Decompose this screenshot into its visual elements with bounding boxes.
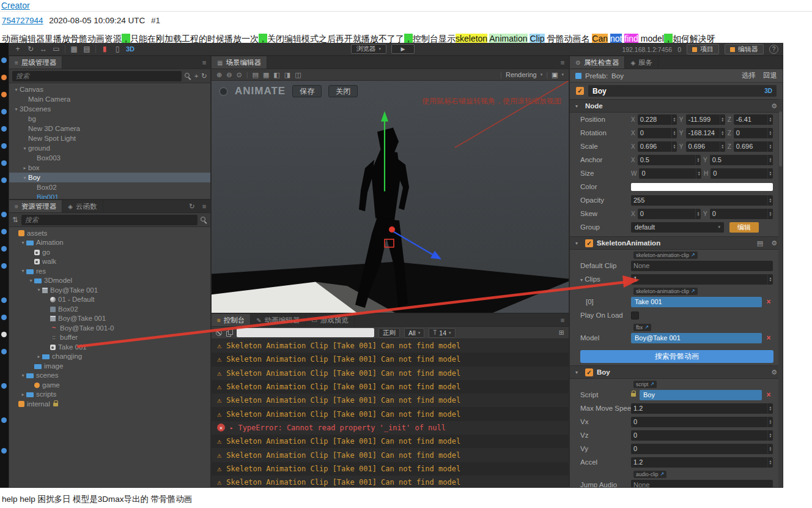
panel-menu-icon[interactable]: ≡ xyxy=(556,314,569,326)
asset-item-boy-take001-prefab[interactable]: Boy@Take 001 xyxy=(9,314,210,324)
tab-scene-editor[interactable]: ▦ 场景编辑器 xyxy=(212,56,267,69)
stepper-icon[interactable] xyxy=(767,403,773,414)
distribute-icon[interactable]: ◫ xyxy=(295,71,301,79)
stepper-icon[interactable] xyxy=(767,430,773,441)
tree-item-bip001[interactable]: Bip001 xyxy=(9,192,210,199)
prefab-select-link[interactable]: 选择 xyxy=(742,71,756,80)
asset-item-aimation[interactable]: ▾Aimation xyxy=(9,238,210,248)
tree-item-box02[interactable]: Box02 xyxy=(9,182,210,192)
add-node-icon[interactable]: + xyxy=(194,72,199,80)
tree-item-ground[interactable]: ▾ground xyxy=(9,143,210,153)
stepper-icon[interactable] xyxy=(767,141,773,152)
align-top-icon[interactable]: ▤ xyxy=(253,71,259,79)
tree-item-bg[interactable]: bg xyxy=(9,114,210,124)
component-enabled-checkbox[interactable] xyxy=(585,368,593,376)
vy-input[interactable]: 0 xyxy=(631,444,773,454)
rotate-tool-icon[interactable]: ↻ xyxy=(26,45,35,53)
stepper-icon[interactable] xyxy=(767,155,773,165)
regex-toggle[interactable]: 正则 xyxy=(378,328,400,338)
move-tool-icon[interactable]: + xyxy=(13,45,22,53)
stepper-icon[interactable] xyxy=(720,141,725,152)
accel-input[interactable]: 1.2 xyxy=(631,457,773,468)
caret-icon[interactable]: ▸ xyxy=(20,392,26,397)
inspector-scrollbar[interactable] xyxy=(778,99,783,487)
prefab-revert-link[interactable]: 回退 xyxy=(763,71,777,80)
asset-item-game[interactable]: game xyxy=(9,380,210,390)
remove-model-button[interactable]: × xyxy=(764,334,773,342)
asset-item-boy-take001-fbx[interactable]: ▾Boy@Take 001 xyxy=(9,285,210,295)
asset-item-01-default[interactable]: 01 - Default xyxy=(9,295,210,305)
asset-item-assets-root[interactable]: assets xyxy=(9,228,210,238)
asset-item-internal[interactable]: internal xyxy=(9,399,210,409)
asset-item-boy-take001-0[interactable]: Boy@Take 001-0 xyxy=(9,323,210,333)
position-x-input[interactable]: 0.228 xyxy=(638,114,677,125)
log-row-warning[interactable]: ⚠Skeleton Animation Clip [Take 001] Can … xyxy=(212,367,569,380)
hierarchy-search-input[interactable]: 搜索 xyxy=(12,71,182,81)
tab-game-preview[interactable]: ▭ 游戏预览 xyxy=(306,314,354,326)
log-row-error[interactable]: ✕▸TypeError: Cannot read property '_init… xyxy=(212,421,569,435)
log-row-warning[interactable]: ⚠Skeleton Animation Clip [Take 001] Can … xyxy=(212,394,569,407)
bookmark-icon[interactable] xyxy=(1,383,7,389)
play-on-load-checkbox[interactable] xyxy=(631,312,639,319)
refresh-icon[interactable]: ↻ xyxy=(201,72,207,80)
close-button[interactable]: 关闭 xyxy=(328,85,358,97)
asset-item-take001[interactable]: Take 001 xyxy=(9,342,210,352)
bookmark-icon[interactable] xyxy=(1,417,7,423)
log-level-select[interactable]: All▾ xyxy=(404,328,424,338)
console-search-input[interactable] xyxy=(237,328,374,337)
rotation-y-input[interactable]: -168.124 xyxy=(686,128,725,138)
bookmark-icon[interactable] xyxy=(1,92,7,97)
external-link-icon[interactable]: ↗ xyxy=(691,252,695,258)
search-skeleton-animation-button[interactable]: 搜索骨骼动画 xyxy=(580,350,773,363)
font-size-select[interactable]: T14▾ xyxy=(429,328,455,338)
chevron-down-icon[interactable]: ▾ xyxy=(561,72,564,77)
expand-caret-icon[interactable]: ▸ xyxy=(230,425,233,431)
stepper-icon[interactable] xyxy=(767,274,773,285)
bookmark-icon[interactable] xyxy=(1,58,7,63)
vz-input[interactable]: 0 xyxy=(631,430,773,441)
stepper-icon[interactable] xyxy=(720,114,725,125)
chevron-down-icon[interactable]: ▾ xyxy=(541,72,543,77)
bookmark-icon[interactable] xyxy=(1,160,7,166)
gizmo-icon[interactable]: ▯ xyxy=(113,45,122,53)
bookmark-icon[interactable] xyxy=(1,332,7,337)
log-row-warning[interactable]: ⚠Skeleton Animation Clip [Take 001] Can … xyxy=(212,339,569,353)
panel-menu-icon[interactable]: ≡ xyxy=(556,56,569,69)
bookmark-icon[interactable] xyxy=(1,229,7,234)
group-edit-button[interactable]: 编辑 xyxy=(729,222,759,233)
zoom-out-icon[interactable]: ⊖ xyxy=(226,71,232,79)
search-icon[interactable] xyxy=(201,217,207,223)
bookmark-icon[interactable] xyxy=(1,143,7,149)
align-left-icon[interactable]: ◧ xyxy=(273,71,279,79)
bookmark-icon[interactable] xyxy=(1,297,7,303)
stepper-icon[interactable] xyxy=(767,168,773,179)
mode-3d-toggle[interactable]: 3D xyxy=(126,45,135,53)
asset-item-scripts[interactable]: ▸scripts xyxy=(9,390,210,400)
gear-icon[interactable]: ⚙ xyxy=(771,368,777,376)
save-button[interactable]: 保存 xyxy=(292,85,322,97)
tree-item-3dscenes[interactable]: ▾3Dscenes xyxy=(9,104,210,114)
script-asset-field[interactable]: Boy xyxy=(640,390,762,400)
external-link-icon[interactable]: ↗ xyxy=(650,381,654,387)
caret-icon[interactable]: ▾ xyxy=(575,370,581,375)
docs-icon[interactable]: ▤ xyxy=(757,239,763,247)
bookmark-icon[interactable] xyxy=(1,212,7,217)
position-z-input[interactable]: -6.41 xyxy=(734,114,773,125)
anchor-y-input[interactable]: 0.5 xyxy=(710,155,773,165)
tab-hierarchy[interactable]: ≡ 层级管理器 xyxy=(9,56,62,69)
bookmark-icon[interactable] xyxy=(1,263,7,269)
asset-item-image[interactable]: image xyxy=(9,361,210,371)
caret-icon[interactable]: ▾ xyxy=(13,106,20,112)
opacity-input[interactable]: 255 xyxy=(631,195,773,206)
asset-item-walk[interactable]: walk xyxy=(9,257,210,267)
vx-input[interactable]: 0 xyxy=(631,417,773,427)
gizmo-color-icon[interactable]: ▮ xyxy=(100,45,109,53)
tab-animation-editor[interactable]: ✎ 动画编辑器 xyxy=(251,314,306,326)
stepper-icon[interactable] xyxy=(767,114,773,125)
external-link-icon[interactable]: ↗ xyxy=(691,288,695,294)
group-select[interactable]: default▾ xyxy=(631,222,724,233)
assets-search-input[interactable]: 搜索 xyxy=(21,215,197,225)
caret-icon[interactable]: ▾ xyxy=(35,287,42,293)
preview-target-select[interactable]: 浏览器 ▾ xyxy=(351,44,386,54)
stepper-icon[interactable] xyxy=(695,209,701,219)
